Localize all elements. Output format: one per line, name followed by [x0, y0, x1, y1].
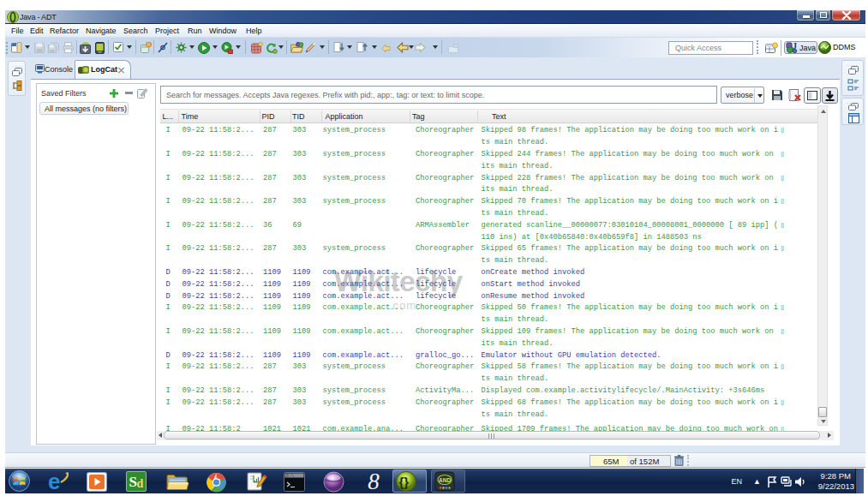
svg-text:C:\: C:\	[286, 474, 294, 479]
svg-text:AND: AND	[439, 477, 451, 483]
svg-text:d: d	[137, 477, 144, 490]
svg-text:{}: {}	[399, 475, 410, 489]
svg-text:e: e	[48, 471, 60, 492]
